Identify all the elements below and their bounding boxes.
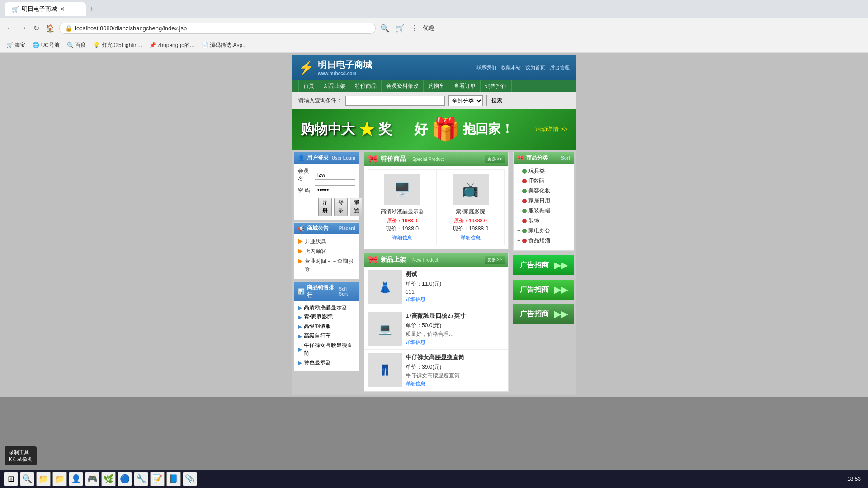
taskbar-game[interactable]: 🎮 bbox=[85, 472, 99, 486]
main-content: 👤 用户登录 User Login 会员名 密 码 bbox=[292, 150, 576, 395]
new-product-info-1: 测试 单价：11.0(元) 111 详细信息 bbox=[406, 270, 505, 304]
password-input[interactable] bbox=[315, 185, 355, 195]
address-bar[interactable]: 🔒 localhost:8080/dianzishangcheng/index.… bbox=[59, 23, 376, 34]
rank-item-2[interactable]: ▶ 索•家庭影院 bbox=[298, 313, 355, 321]
cat-dot-4 bbox=[522, 199, 527, 203]
taskbar-green[interactable]: 🌿 bbox=[101, 472, 116, 486]
tab-close-button[interactable]: ✕ bbox=[60, 5, 65, 13]
forward-button[interactable]: → bbox=[18, 22, 29, 34]
new-tab-button[interactable]: + bbox=[90, 5, 94, 14]
announce-item-1[interactable]: ▶ 开业庆典 bbox=[298, 238, 355, 245]
banner-detail-link[interactable]: 活动详情 >> bbox=[535, 125, 567, 133]
bookmark-source[interactable]: 📄 源码筛选.Asp... bbox=[200, 41, 249, 50]
cat-label-8: 食品烟酒 bbox=[528, 237, 550, 244]
special-more-btn[interactable]: 更多>> bbox=[485, 155, 505, 163]
new-product-detail-link-1[interactable]: 详细信息 bbox=[406, 296, 425, 302]
announcement-panel: 📢 商城公告 Placard ▶ 开业庆典 ▶ 店内顾客 bbox=[294, 222, 359, 279]
taskbar-app1[interactable]: 🔵 bbox=[118, 472, 132, 486]
site-logo: ⚡ 明日电子商城 www.mrbccd.com bbox=[298, 59, 372, 76]
rank-header: 📊 商品销售排行 Sell Sort bbox=[294, 282, 359, 301]
rank-bullet-5: ▶ bbox=[298, 346, 302, 352]
search-input[interactable] bbox=[345, 96, 445, 106]
home-button[interactable]: 🏠 bbox=[44, 22, 57, 34]
new-product-desc-2: 质量好，价格合理... bbox=[406, 330, 505, 338]
back-button[interactable]: ← bbox=[5, 22, 15, 34]
cat-expand-8: + bbox=[517, 238, 520, 244]
taskbar-clip[interactable]: 📎 bbox=[183, 472, 197, 486]
category-item-2[interactable]: + IT数码 bbox=[517, 177, 570, 185]
new-product-detail-link-3[interactable]: 详细信息 bbox=[406, 381, 425, 386]
category-item-8[interactable]: + 食品烟酒 bbox=[517, 237, 570, 244]
ad-button-1[interactable]: 广告招商 ▶▶ bbox=[513, 255, 574, 275]
banner-award-text: 奖 bbox=[378, 120, 392, 139]
search-taskbar-button[interactable]: 🔍 bbox=[20, 472, 34, 486]
bookmark-zhupeng[interactable]: 📌 zhupengqq的... bbox=[147, 41, 196, 50]
category-item-5[interactable]: + 服装鞋帽 bbox=[517, 207, 570, 215]
login-button[interactable]: 登录 bbox=[334, 198, 348, 216]
new-more-btn[interactable]: 更多>> bbox=[485, 256, 505, 264]
new-product-detail-link-2[interactable]: 详细信息 bbox=[406, 339, 425, 345]
search-button[interactable]: 🔍 bbox=[378, 22, 391, 34]
special-section-header: 🎀 特价商品 Special Product 更多>> bbox=[364, 152, 508, 166]
nav-rank[interactable]: 销售排行 bbox=[481, 80, 512, 92]
category-select[interactable]: 全部分类 bbox=[448, 95, 483, 106]
taskbar-folder[interactable]: 📁 bbox=[52, 472, 67, 486]
banner-hao-text: 好 bbox=[414, 120, 428, 139]
rank-item-1[interactable]: ▶ 高清晰液晶显示器 bbox=[298, 304, 355, 311]
announce-item-2[interactable]: ▶ 店内顾客 bbox=[298, 248, 355, 255]
ad-button-2[interactable]: 广告招商 ▶▶ bbox=[513, 280, 574, 300]
category-item-1[interactable]: + 玩具类 bbox=[517, 167, 570, 175]
recorder-line2: KK 录像机 bbox=[9, 456, 32, 463]
header-link-contact[interactable]: 联系我们 bbox=[476, 64, 496, 71]
bookmark-baidu[interactable]: 🔍 百度 bbox=[65, 41, 88, 50]
announce-item-3[interactable]: ▶ 营业时间－－查询服务 bbox=[298, 258, 355, 273]
special-products-grid: 🖥️ 高清晰液晶显示器 原价：1988.0 现价：1988.0 详细信息 📺 索… bbox=[364, 166, 508, 249]
refresh-button[interactable]: ↻ bbox=[32, 22, 41, 34]
taskbar-person[interactable]: 👤 bbox=[69, 472, 83, 486]
nav-new[interactable]: 新品上架 bbox=[319, 80, 350, 92]
category-item-4[interactable]: + 家居日用 bbox=[517, 197, 570, 205]
start-button[interactable]: ⊞ bbox=[4, 472, 18, 486]
product-detail-link-1[interactable]: 详细信息 bbox=[392, 235, 412, 240]
category-item-7[interactable]: + 家电办公 bbox=[517, 227, 570, 235]
category-item-3[interactable]: + 美容化妆 bbox=[517, 187, 570, 195]
taskbar-word[interactable]: 📝 bbox=[150, 472, 165, 486]
category-item-6[interactable]: + 装饰 bbox=[517, 217, 570, 225]
cat-expand-5: + bbox=[517, 208, 520, 214]
header-link-home[interactable]: 设为首页 bbox=[525, 64, 545, 71]
username-input[interactable] bbox=[315, 170, 355, 180]
ad-arrow-2: ▶▶ bbox=[554, 284, 567, 295]
taskbar-settings[interactable]: 🔧 bbox=[134, 472, 148, 486]
register-button[interactable]: 注册 bbox=[318, 198, 332, 216]
search-button[interactable]: 搜索 bbox=[486, 95, 507, 106]
rank-item-3[interactable]: ▶ 高级羽绒服 bbox=[298, 323, 355, 330]
header-link-admin[interactable]: 后台管理 bbox=[550, 64, 570, 71]
cart-button[interactable]: 🛒 bbox=[394, 22, 406, 34]
rank-item-5[interactable]: ▶ 牛仔裤女高腰显瘦直筒 bbox=[298, 342, 355, 357]
header-link-fav[interactable]: 收藏本站 bbox=[501, 64, 521, 71]
new-product-img-3: 👖 bbox=[368, 353, 402, 387]
new-product-name-3: 牛仔裤女高腰显瘦直筒 bbox=[406, 353, 505, 361]
new-product-img-2: 💻 bbox=[368, 312, 402, 346]
bookmark-taobao[interactable]: 🛒 淘宝 bbox=[5, 41, 27, 50]
bookmark-lighting[interactable]: 💡 灯光025Lightin... bbox=[91, 41, 144, 50]
product-name-1: 高清晰液晶显示器 bbox=[372, 208, 432, 216]
rank-text-2: 索•家庭影院 bbox=[304, 313, 333, 321]
nav-cart[interactable]: 购物车 bbox=[424, 80, 449, 92]
product-detail-link-2[interactable]: 详细信息 bbox=[461, 235, 481, 240]
taskbar-blue-app[interactable]: 📘 bbox=[166, 472, 181, 486]
rank-item-6[interactable]: ▶ 特色显示器 bbox=[298, 359, 355, 366]
menu-button[interactable]: ⋮ bbox=[409, 22, 420, 34]
new-product-price-2: 单价：50.0(元) bbox=[406, 322, 505, 329]
nav-profile[interactable]: 会员资料修改 bbox=[382, 80, 424, 92]
nav-special[interactable]: 特价商品 bbox=[350, 80, 382, 92]
ad-arrow-3: ▶▶ bbox=[554, 309, 567, 319]
rank-item-4[interactable]: ▶ 高级自行车 bbox=[298, 332, 355, 340]
nav-orders[interactable]: 查看订单 bbox=[449, 80, 481, 92]
nav-home[interactable]: 首页 bbox=[298, 80, 319, 92]
left-sidebar: 👤 用户登录 User Login 会员名 密 码 bbox=[292, 150, 362, 395]
taskbar-file-manager[interactable]: 📁 bbox=[36, 472, 51, 486]
browser-tab[interactable]: 🛒 明日电子商城 ✕ bbox=[5, 2, 86, 16]
ad-button-3[interactable]: 广告招商 ▶▶ bbox=[513, 304, 574, 324]
bookmark-uc[interactable]: 🌐 UC号航 bbox=[31, 41, 61, 50]
